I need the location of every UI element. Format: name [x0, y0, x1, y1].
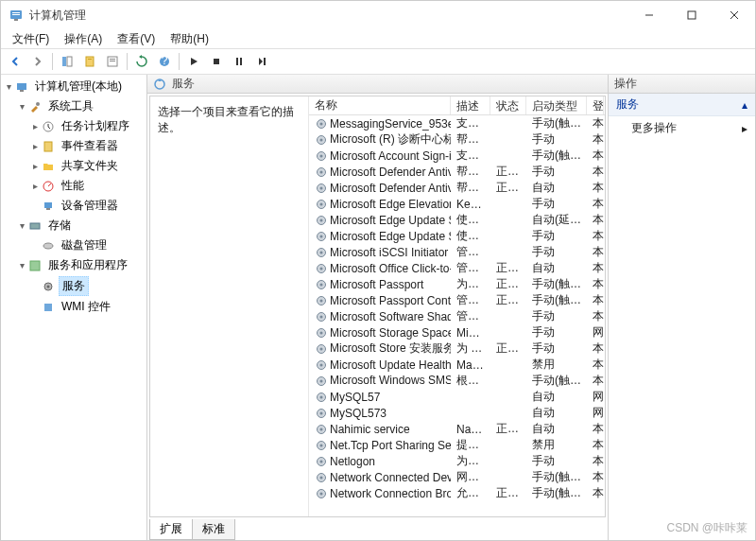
- tab-extended[interactable]: 扩展: [149, 519, 193, 540]
- service-startup: 自动: [526, 421, 587, 437]
- tree-services[interactable]: 服务: [29, 275, 145, 297]
- service-row[interactable]: Microsoft Windows SMS 路...根据...手动(触发...本: [309, 373, 605, 389]
- service-desc: 根据...: [451, 373, 490, 389]
- minimize-button[interactable]: [627, 1, 670, 29]
- service-row[interactable]: Microsoft Edge Update Ser...使你...自动(延迟..…: [309, 212, 605, 228]
- expand-icon[interactable]: ▸: [29, 121, 41, 131]
- refresh-button[interactable]: [131, 51, 152, 72]
- svg-rect-8: [62, 57, 66, 66]
- col-name[interactable]: 名称: [309, 96, 451, 114]
- service-row[interactable]: Microsoft Edge Update Ser...使你...手动本: [309, 228, 605, 244]
- service-row[interactable]: Network Connected Devic...网络...手动(触发...本: [309, 469, 605, 485]
- menu-view[interactable]: 查看(V): [110, 29, 163, 49]
- service-desc: 为用...: [451, 453, 490, 469]
- column-headers[interactable]: 名称 描述 状态 启动类型 登: [309, 96, 605, 115]
- tree-services-apps[interactable]: ▾ 服务和应用程序: [16, 255, 145, 275]
- service-row[interactable]: Microsoft Defender Antivir...帮助...正在...自…: [309, 180, 605, 196]
- service-name: MySQL57: [330, 391, 380, 404]
- refresh-icon[interactable]: [153, 78, 166, 91]
- show-hide-tree-button[interactable]: [57, 51, 77, 72]
- service-row[interactable]: Microsoft Passport为用...正在...手动(触发...本: [309, 276, 605, 292]
- col-logon[interactable]: 登: [587, 96, 604, 114]
- window-title: 计算机管理: [29, 8, 627, 24]
- service-row[interactable]: Network Connection Broker允许...正在...手动(触发…: [309, 485, 605, 501]
- service-row[interactable]: Microsoft Software Shado...管理...手动本: [309, 308, 605, 324]
- expand-icon[interactable]: ▾: [3, 81, 14, 92]
- expand-icon[interactable]: ▸: [29, 141, 41, 151]
- svg-rect-29: [30, 223, 40, 229]
- service-row[interactable]: Net.Tcp Port Sharing Service提供...禁用本: [309, 437, 605, 453]
- back-button[interactable]: [5, 51, 26, 72]
- expand-icon[interactable]: ▸: [29, 181, 41, 191]
- service-row[interactable]: Microsoft Edge Elevation S...Keep...手动本: [309, 196, 605, 212]
- event-icon: [41, 139, 56, 154]
- center-title: 服务: [172, 76, 195, 92]
- close-button[interactable]: [713, 1, 755, 29]
- svg-point-53: [320, 251, 323, 253]
- start-service-button[interactable]: [183, 51, 204, 72]
- service-row[interactable]: MySQL573自动网: [309, 405, 605, 421]
- services-rows[interactable]: MessagingService_953e9支持...手动(触发...本Micr…: [309, 115, 605, 516]
- maximize-button[interactable]: [670, 1, 713, 29]
- service-startup: 手动: [526, 228, 587, 244]
- tree-system-tools[interactable]: ▾ 系统工具: [16, 96, 145, 116]
- service-row[interactable]: Microsoft Defender Antivir...帮助...正在...手…: [309, 164, 605, 180]
- gear-icon: [315, 407, 328, 420]
- service-name: Microsoft Defender Antivir...: [330, 166, 451, 179]
- menu-help[interactable]: 帮助(H): [163, 29, 216, 49]
- action-category[interactable]: 服务 ▴: [609, 94, 755, 116]
- service-logon: 本: [587, 308, 604, 324]
- restart-service-button[interactable]: [251, 51, 272, 72]
- service-row[interactable]: Nahimic serviceNahi...正在...自动本: [309, 421, 605, 437]
- pause-service-button[interactable]: [229, 51, 249, 72]
- service-row[interactable]: MessagingService_953e9支持...手动(触发...本: [309, 115, 605, 131]
- expand-icon[interactable]: ▾: [16, 220, 27, 231]
- service-name: Microsoft Update Health S...: [330, 358, 451, 372]
- navigation-tree[interactable]: ▾ 计算机管理(本地) ▾ 系统工具 ▸ 任务计划程序 ▸ 事件查看器 ▸ 共享…: [1, 75, 147, 540]
- services-list[interactable]: 名称 描述 状态 启动类型 登 MessagingService_953e9支持…: [309, 96, 605, 516]
- service-row[interactable]: Microsoft Passport Container管理...正在...手动…: [309, 292, 605, 308]
- service-row[interactable]: Microsoft Update Health S...Main...禁用本: [309, 357, 605, 373]
- tree-performance[interactable]: ▸ 性能: [29, 176, 145, 196]
- svg-rect-34: [44, 304, 52, 311]
- help-button[interactable]: ?: [154, 51, 175, 72]
- col-description[interactable]: 描述: [451, 96, 490, 114]
- col-status[interactable]: 状态: [490, 96, 526, 114]
- tab-standard[interactable]: 标准: [192, 519, 235, 540]
- expand-icon[interactable]: ▾: [16, 260, 27, 270]
- expand-icon[interactable]: ▾: [16, 101, 27, 112]
- service-row[interactable]: Netlogon为用...手动本: [309, 453, 605, 469]
- menu-action[interactable]: 操作(A): [57, 29, 110, 49]
- service-row[interactable]: Microsoft Store 安装服务为 M...正在...手动本: [309, 340, 605, 357]
- service-desc: 允许...: [451, 485, 490, 501]
- action-more[interactable]: 更多操作 ▸: [609, 116, 755, 140]
- service-row[interactable]: Microsoft Account Sign-in ...支持...手动(触发.…: [309, 148, 605, 164]
- tree-disk-management[interactable]: 磁盘管理: [29, 236, 145, 255]
- collapse-icon[interactable]: ▴: [742, 98, 747, 112]
- tree-storage[interactable]: ▾ 存储: [16, 216, 145, 236]
- svg-point-65: [320, 347, 323, 350]
- service-row[interactable]: MySQL57自动网: [309, 389, 605, 405]
- tree-root[interactable]: ▾ 计算机管理(本地): [3, 77, 145, 96]
- menu-file[interactable]: 文件(F): [5, 29, 57, 49]
- tree-task-scheduler[interactable]: ▸ 任务计划程序: [29, 116, 145, 136]
- tree-shared-folders[interactable]: ▸ 共享文件夹: [29, 156, 145, 176]
- stop-service-button[interactable]: [206, 51, 227, 72]
- svg-rect-18: [236, 58, 238, 65]
- tree-device-manager[interactable]: 设备管理器: [29, 196, 145, 216]
- export-button[interactable]: [79, 51, 100, 72]
- tree-wmi[interactable]: WMI 控件: [29, 297, 145, 317]
- tree-event-viewer[interactable]: ▸ 事件查看器: [29, 136, 145, 156]
- service-row[interactable]: Microsoft iSCSI Initiator Ser...管理...手动本: [309, 244, 605, 260]
- service-row[interactable]: Microsoft (R) 诊断中心标准...帮助...手动本: [309, 131, 605, 148]
- service-startup: 手动(触发...: [526, 276, 587, 292]
- gear-icon: [315, 117, 328, 131]
- forward-button[interactable]: [27, 51, 48, 72]
- svg-rect-31: [30, 261, 40, 270]
- properties-button[interactable]: [102, 51, 123, 72]
- expand-icon[interactable]: ▸: [29, 161, 41, 171]
- col-startup-type[interactable]: 启动类型: [526, 96, 587, 114]
- service-row[interactable]: Microsoft Storage Spaces S...Micr...手动网: [309, 324, 605, 340]
- service-row[interactable]: Microsoft Office Click-to-R...管理 ...正在..…: [309, 260, 605, 276]
- service-startup: 禁用: [526, 357, 587, 373]
